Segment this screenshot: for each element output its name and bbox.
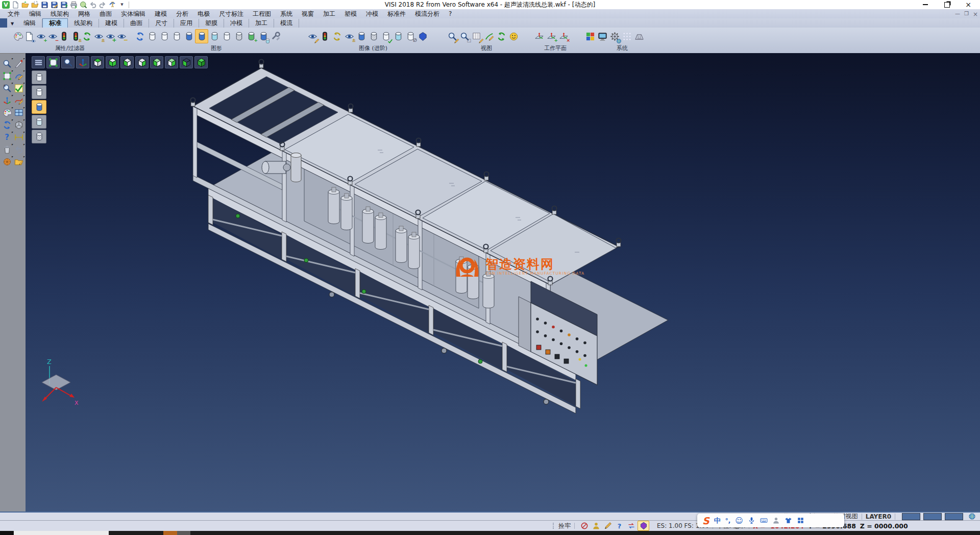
menu-file[interactable]: 文件 <box>3 10 24 18</box>
regen-layers-icon[interactable] <box>134 30 146 43</box>
ime-skin-icon[interactable] <box>785 517 792 524</box>
annotate-user-icon[interactable] <box>591 521 601 530</box>
measure-icon[interactable]: ▾ <box>13 132 24 143</box>
hide-all-icon[interactable]: − <box>116 30 128 43</box>
adv-layer-hatched-icon[interactable] <box>368 30 380 43</box>
menu-machining[interactable]: 加工 <box>318 10 340 18</box>
menu-modeling[interactable]: 建模 <box>150 10 172 18</box>
navigate-compass-icon[interactable]: ▾ <box>2 156 12 167</box>
adv-layer-blue-icon[interactable] <box>355 30 368 43</box>
trim-knife-icon[interactable]: ▾ <box>13 58 24 69</box>
spline-edit-icon[interactable]: ▾ <box>13 95 24 106</box>
wcs-axis-icon[interactable]: ▾ <box>2 95 12 106</box>
system-display-icon[interactable] <box>596 30 608 43</box>
layer-filled-icon[interactable] <box>183 30 195 43</box>
selection-gem-icon[interactable] <box>638 521 649 531</box>
taskbar-start-segment[interactable] <box>0 531 13 535</box>
menu-surface[interactable]: 曲面 <box>95 10 116 18</box>
ime-punctuation-toggle[interactable]: °, <box>725 517 731 524</box>
workplane-reset-icon[interactable]: × <box>557 30 570 43</box>
delete-trash-icon[interactable]: ▾ <box>2 144 12 155</box>
layer-copy-icon[interactable] <box>257 30 270 43</box>
tab-flow[interactable]: 模流 <box>274 19 299 28</box>
refresh-visibility-icon[interactable] <box>82 30 93 43</box>
layer-settings-wrench-icon[interactable] <box>270 30 282 43</box>
help-question-icon[interactable]: ?▾ <box>2 132 12 143</box>
graphics-viewport[interactable]: Z X 智造资料网 CHN INTELLIGENT MANUFACTURING … <box>26 53 980 512</box>
adv-shield-icon[interactable] <box>416 30 429 43</box>
ime-emoticon-icon[interactable]: ☺ <box>735 516 743 525</box>
system-colors-icon[interactable] <box>584 30 596 43</box>
adv-layer-check-icon[interactable] <box>380 30 392 43</box>
sketch-pencil-icon[interactable]: ▾ <box>13 70 24 82</box>
menu-dimension[interactable]: 尺寸标注 <box>214 10 248 18</box>
page-preview-icon[interactable] <box>24 30 36 43</box>
close-button[interactable]: × <box>960 1 977 8</box>
render-brush-icon[interactable]: ▾ <box>2 107 12 118</box>
adv-layer-cyan-icon[interactable] <box>392 30 404 43</box>
ime-keyboard-icon[interactable] <box>760 517 768 524</box>
ime-toolbox-icon[interactable] <box>797 517 804 524</box>
minimize-button[interactable] <box>917 1 934 8</box>
hide-entities-icon[interactable]: − <box>47 30 59 43</box>
help-question-small-icon[interactable]: ? <box>614 521 625 530</box>
layer-color-swatch-3[interactable] <box>945 513 963 520</box>
tab-machining[interactable]: 加工 <box>249 19 274 28</box>
tab-wireframe[interactable]: 线架构 <box>68 19 99 28</box>
adv-refresh-icon[interactable] <box>331 30 343 43</box>
solid-cube-icon[interactable]: ▾ <box>13 119 24 131</box>
active-layer-indicator[interactable]: LAYER0 <box>866 513 891 520</box>
layer-empty-2-icon[interactable] <box>158 30 170 43</box>
menu-drawing[interactable]: 工程图 <box>248 10 276 18</box>
sogou-logo-icon[interactable]: S <box>702 515 709 526</box>
tab-surface[interactable]: 曲面 <box>124 19 149 28</box>
globe-icon[interactable] <box>968 513 976 520</box>
workplane-edit-icon[interactable]: + <box>545 30 557 43</box>
menu-solid-edit[interactable]: 实体编辑 <box>116 10 150 18</box>
menu-edit[interactable]: 编辑 <box>24 10 46 18</box>
taskbar-active-window-segment[interactable] <box>14 531 109 535</box>
menu-system[interactable]: 系统 <box>276 10 297 18</box>
ime-user-icon[interactable] <box>772 517 780 524</box>
system-settings-icon[interactable] <box>608 30 621 43</box>
menu-wireframe[interactable]: 线架构 <box>46 10 74 18</box>
zoom-select-icon[interactable]: ▾ <box>2 58 12 69</box>
menu-electrode[interactable]: 电极 <box>193 10 214 18</box>
layer-color-swatch-2[interactable] <box>923 513 942 520</box>
zoom-model-icon[interactable]: □ <box>458 30 471 43</box>
adv-traffic-light-icon[interactable] <box>318 30 331 43</box>
undo-view-icon[interactable]: ▾ <box>13 144 24 155</box>
layer-add-icon[interactable]: + <box>245 30 257 43</box>
mdi-restore-button[interactable]: ❐ <box>964 11 969 18</box>
zoom-box-icon[interactable]: ±▾ <box>2 83 12 94</box>
menu-flow-analysis[interactable]: 模流分析 <box>410 10 444 18</box>
toggle-visibility-icon[interactable]: ± <box>93 30 105 43</box>
menu-mesh[interactable]: 网格 <box>74 10 95 18</box>
export-folder-icon[interactable]: ▾ <box>13 156 24 167</box>
tab-dimension[interactable]: 尺寸 <box>149 19 174 28</box>
tab-die[interactable]: 冲模 <box>224 19 249 28</box>
render-smiley-icon[interactable] <box>507 30 520 43</box>
mdi-close-button[interactable]: × <box>973 11 978 18</box>
tab-dropdown-icon[interactable]: ▼ <box>7 19 17 28</box>
taskbar-orange-segment[interactable] <box>163 531 177 535</box>
ime-microphone-icon[interactable] <box>748 517 755 524</box>
tab-application[interactable]: 应用 <box>174 19 199 28</box>
layer-empty-4-icon[interactable] <box>220 30 233 43</box>
refresh-view-icon[interactable] <box>495 30 507 43</box>
system-perspective-icon[interactable] <box>633 30 645 43</box>
tab-edit[interactable]: 编辑 <box>17 19 42 28</box>
edit-hand-icon[interactable] <box>602 521 613 530</box>
fit-view-icon[interactable]: ▾ <box>2 70 12 82</box>
system-grid-icon[interactable] <box>621 30 633 43</box>
ime-language-toggle[interactable]: 中 <box>714 516 721 525</box>
tab-mould[interactable]: 塑膜 <box>199 19 224 28</box>
menu-window[interactable]: 视窗 <box>297 10 318 18</box>
menu-help[interactable]: ? <box>444 10 456 17</box>
layer-active-icon[interactable] <box>195 29 208 43</box>
swap-arrows-icon[interactable] <box>626 521 636 530</box>
adv-layer-clip-icon[interactable]: ∅ <box>404 30 416 43</box>
show-entities-icon[interactable]: + <box>35 30 47 43</box>
menu-mould[interactable]: 塑模 <box>340 10 361 18</box>
layer-color-swatch-1[interactable] <box>902 513 920 520</box>
